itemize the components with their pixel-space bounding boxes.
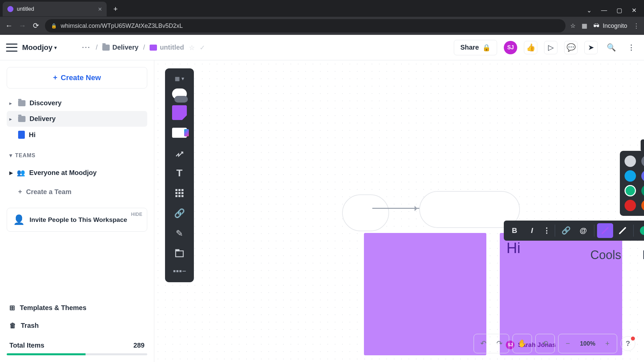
minimize-icon[interactable]: ― [601,7,607,14]
app-menu-icon[interactable]: ⋮ [625,41,638,54]
color-swatch-red[interactable] [625,200,636,211]
new-tab-button[interactable]: + [110,5,121,13]
incognito-label: Incognito [603,22,627,29]
breadcrumb-more-icon[interactable]: ⋯ [82,42,91,53]
canvas[interactable]: ▦ ▾ T 🔗 ✎ Hi SJ Sarah Jonas [154,60,644,362]
canvas-text-branch[interactable]: Branch [642,248,644,262]
canvas-shape-oval[interactable] [342,194,389,231]
address-bar[interactable]: 🔒 whimsical.com/WTpU65WZAtXeZ3LBv5D2xL [45,19,566,33]
canvas-sticky-note[interactable] [364,233,486,355]
tool-text[interactable]: T [170,164,189,182]
color-swatch-orange[interactable] [641,200,644,211]
plus-icon: + [53,73,57,82]
bold-button[interactable]: B [506,223,523,238]
search-icon[interactable]: 🔍 [604,41,618,54]
breadcrumb-doc[interactable]: untitled [150,44,184,51]
sidebar-item-discovery[interactable]: ▸ Discovery [7,95,147,111]
canvas-connector[interactable] [372,208,419,209]
extensions-icon[interactable]: ▦ [582,22,587,29]
stroke-color-button[interactable] [597,223,613,238]
like-icon[interactable]: 👍 [524,41,537,54]
redo-button[interactable]: ↷ [492,336,507,351]
tool-board-dropdown[interactable]: ▦ ▾ [170,73,189,84]
mention-button[interactable]: @ [575,223,591,238]
tool-panel: ▦ ▾ T 🔗 ✎ [165,68,194,282]
menu-toggle-icon[interactable] [6,44,17,52]
line-style-button[interactable] [614,223,631,238]
color-swatch-light-gray[interactable] [625,156,636,167]
folder-icon [102,45,110,51]
italic-button[interactable]: I [524,223,540,238]
chevron-right-icon: ▸ [9,169,13,177]
usage-progress [7,353,147,355]
incognito-indicator[interactable]: 🕶 Incognito [593,22,627,29]
tool-card[interactable] [170,124,189,141]
color-swatch-gray[interactable] [641,156,644,167]
pan-tool-button[interactable]: ✋ [515,336,530,351]
reload-icon[interactable]: ⟳ [32,21,40,30]
tab-title: untitled [17,6,34,12]
text-more-button[interactable]: ⋮ [541,223,552,238]
context-toolbar: B I ⋮ 🔗 @ ✦ ⧉ 💬 ⋯ ✕ [504,221,644,241]
zoom-out-button[interactable]: − [560,336,575,351]
fill-color-button[interactable] [636,223,644,238]
color-swatch-green[interactable] [641,185,644,196]
forward-icon: → [18,21,27,30]
templates-link[interactable]: ⊞ Templates & Themes [7,300,147,316]
back-icon[interactable]: ← [5,21,13,30]
color-tooltip: Yellow [641,139,644,152]
tool-grid[interactable] [170,184,189,202]
teams-heading: ▾TEAMS [7,146,147,161]
incognito-icon: 🕶 [593,22,599,29]
history-button[interactable]: ⟲ [538,336,552,351]
lock-icon: 🔒 [51,23,57,28]
help-button[interactable]: ? [621,336,635,351]
create-team-button[interactable]: + Create a Team [7,184,147,200]
tool-sticky-note[interactable] [170,104,189,121]
tool-connector[interactable] [170,144,189,162]
send-icon[interactable]: ➤ [584,41,598,54]
user-avatar[interactable]: SJ [504,41,517,54]
browser-menu-icon[interactable]: ⋮ [633,22,639,29]
doc-icon [18,131,25,139]
tool-more[interactable] [170,265,189,278]
tab-close-icon[interactable]: × [98,5,102,13]
sidebar-item-hi[interactable]: ▸ Hi [7,127,147,143]
color-swatch-indigo[interactable] [641,170,644,182]
tool-frame[interactable] [170,245,189,262]
tool-shape[interactable] [170,86,189,101]
color-swatch-blue[interactable] [625,170,636,182]
present-icon[interactable]: ▷ [544,41,557,54]
sidebar-item-delivery[interactable]: ▸ Delivery [7,111,147,127]
tab-favicon [7,6,13,12]
folder-icon [18,100,25,106]
color-swatch-teal[interactable] [625,185,636,196]
favorite-icon[interactable]: ☆ [189,44,195,52]
total-items: Total Items 289 [7,336,147,351]
trash-link[interactable]: 🗑 Trash [7,318,147,334]
comments-icon[interactable]: 💬 [564,41,578,54]
create-new-button[interactable]: + Create New [7,67,147,88]
close-window-icon[interactable]: ✕ [632,7,637,14]
invite-card[interactable]: HIDE 👤 Invite People to This Workspace [7,208,147,232]
tool-link[interactable]: 🔗 [170,204,189,222]
doc-icon [150,45,157,51]
team-icon: 👥 [17,169,25,177]
browser-tab[interactable]: untitled × [3,2,107,16]
hide-button[interactable]: HIDE [131,212,142,217]
zoom-level[interactable]: 100% [577,340,599,347]
canvas-text-cools[interactable]: Cools [590,248,621,262]
tabs-dropdown-icon[interactable]: ⌄ [587,7,592,14]
invite-icon: 👤 [13,214,25,225]
sync-status-icon: ✓ [200,44,205,52]
breadcrumb-folder[interactable]: Delivery [102,44,139,51]
bookmark-icon[interactable]: ☆ [570,22,576,29]
link-button[interactable]: 🔗 [558,223,574,238]
share-button[interactable]: Share 🔒 [454,40,497,55]
tool-draw[interactable]: ✎ [170,225,189,242]
zoom-in-button[interactable]: + [600,336,615,351]
undo-button[interactable]: ↶ [476,336,491,351]
sidebar-team-item[interactable]: ▸ 👥 Everyone at Moodjoy [7,165,147,181]
maximize-icon[interactable]: ▢ [616,7,622,14]
workspace-dropdown[interactable]: Moodjoy ▾ [22,43,57,52]
